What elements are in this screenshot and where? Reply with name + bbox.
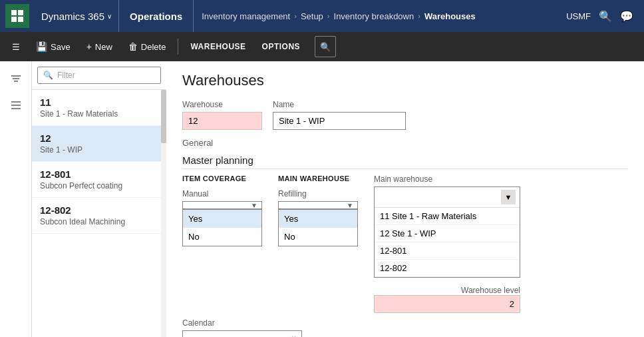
- scroll-thumb[interactable]: [161, 90, 166, 143]
- left-panel: 🔍 Filter 11 Site 1 - Raw Materials 12 Si…: [0, 61, 166, 337]
- refilling-label: Refilling: [278, 189, 358, 198]
- breadcrumb-setup[interactable]: Setup: [301, 11, 323, 21]
- refilling-field: Refilling ▼ Yes No: [278, 189, 358, 246]
- company-code: USMF: [566, 11, 591, 21]
- brand-label: Dynamics 365: [41, 11, 104, 22]
- list-item-11-name: Site 1 - Raw Materials: [40, 109, 158, 119]
- manual-option-no[interactable]: No: [183, 228, 261, 246]
- cmd-search-icon: 🔍: [320, 42, 331, 52]
- warehouse-tab-label: WAREHOUSE: [190, 42, 245, 51]
- new-label: New: [95, 42, 112, 52]
- main-wh-options: 11 Site 1 - Raw Materials 12 Ste 1 - WIP…: [375, 208, 520, 277]
- page-title: Warehouses: [182, 72, 628, 89]
- manual-field: Manual ▼ Yes No: [182, 189, 262, 246]
- breadcrumb-warehouses: Warehouses: [424, 11, 476, 21]
- main-layout: 🔍 Filter 11 Site 1 - Raw Materials 12 Si…: [0, 61, 644, 337]
- calendar-input[interactable]: ∨: [182, 330, 302, 337]
- hamburger-icon: ☰: [12, 42, 20, 52]
- delete-label: Delete: [141, 42, 166, 52]
- delete-button[interactable]: 🗑 Delete: [122, 37, 173, 56]
- nav-right-actions: USMF 🔍 💬: [566, 10, 639, 23]
- manual-dropdown[interactable]: ▼ Yes No: [182, 201, 262, 246]
- search-icon[interactable]: 🔍: [599, 10, 612, 23]
- app-grid-icon[interactable]: [5, 4, 29, 28]
- warehouse-tab[interactable]: WAREHOUSE: [184, 38, 252, 55]
- breadcrumb-inventory-breakdown[interactable]: Inventory breakdown: [334, 11, 414, 21]
- name-input[interactable]: [273, 112, 406, 130]
- icon-rail: [0, 61, 32, 337]
- wh-option-12-802[interactable]: 12-802: [375, 260, 520, 277]
- refilling-option-yes[interactable]: Yes: [279, 210, 357, 228]
- filter-icon[interactable]: [7, 69, 25, 88]
- save-button[interactable]: 💾 Save: [29, 37, 77, 56]
- top-navigation: Dynamics 365 ∨ Operations Inventory mana…: [0, 0, 644, 32]
- svg-rect-1: [18, 10, 23, 15]
- item-coverage-header: ITEM COVERAGE: [182, 174, 262, 182]
- calendar-chevron-icon: ∨: [291, 334, 296, 337]
- main-warehouse-select-col: Main warehouse ▼ 11 Site 1 - Raw Materia…: [374, 174, 520, 313]
- command-bar: ☰ 💾 Save + New 🗑 Delete WAREHOUSE OPTION…: [0, 32, 644, 61]
- chat-icon[interactable]: 💬: [620, 10, 633, 23]
- manual-dropdown-btn[interactable]: ▼: [182, 201, 262, 209]
- warehouse-list: 11 Site 1 - Raw Materials 12 Site 1 - WI…: [32, 90, 166, 337]
- coverage-grid: ITEM COVERAGE Manual ▼ Yes No: [182, 174, 628, 313]
- warehouse-level-input[interactable]: [374, 295, 520, 313]
- options-tab-label: OPTIONS: [262, 42, 301, 51]
- warehouse-label: Warehouse: [182, 100, 262, 109]
- wh-option-12-801[interactable]: 12-801: [375, 242, 520, 260]
- svg-rect-0: [11, 10, 17, 15]
- breadcrumb-chevron-3: ›: [418, 12, 420, 20]
- master-planning-title: Master planning: [182, 155, 628, 169]
- name-field: Name: [273, 100, 406, 130]
- list-item-12-801-id: 12-801: [40, 168, 158, 180]
- wh-option-12[interactable]: 12 Ste 1 - WIP: [375, 225, 520, 242]
- general-label: General: [182, 138, 628, 148]
- svg-rect-3: [18, 17, 23, 22]
- breadcrumb-inventory-mgmt[interactable]: Inventory management: [202, 11, 290, 21]
- manual-options-list: Yes No: [182, 209, 262, 246]
- brand-name[interactable]: Dynamics 365 ∨: [35, 0, 119, 32]
- item-coverage-col: ITEM COVERAGE Manual ▼ Yes No: [182, 174, 262, 246]
- warehouse-level-label: Warehouse level: [374, 286, 520, 295]
- filter-input-wrapper[interactable]: 🔍 Filter: [37, 67, 161, 84]
- command-search[interactable]: 🔍: [315, 36, 336, 57]
- manual-option-yes[interactable]: Yes: [183, 210, 261, 228]
- list-item-11[interactable]: 11 Site 1 - Raw Materials: [32, 90, 166, 126]
- wh-option-11[interactable]: 11 Site 1 - Raw Materials: [375, 208, 520, 225]
- list-item-12[interactable]: 12 Site 1 - WIP: [32, 126, 166, 162]
- list-item-12-801[interactable]: 12-801 Subcon Perfect coating: [32, 162, 166, 198]
- filter-search-icon: 🔍: [43, 71, 53, 80]
- list-icon[interactable]: [7, 96, 25, 115]
- refilling-option-no[interactable]: No: [279, 228, 357, 246]
- content-area: Warehouses Warehouse Name General Master…: [166, 61, 644, 337]
- name-label: Name: [273, 100, 406, 109]
- cmd-divider: [178, 39, 178, 55]
- calendar-field: Calendar ∨: [182, 318, 302, 337]
- hamburger-menu[interactable]: ☰: [5, 38, 27, 56]
- warehouse-input[interactable]: [182, 112, 262, 130]
- list-item-12-802-name: Subcon Ideal Machining: [40, 217, 158, 226]
- warehouse-level-container: Warehouse level: [374, 286, 520, 313]
- breadcrumb: Inventory management › Setup › Inventory…: [194, 11, 566, 21]
- warehouse-name-row: Warehouse Name: [182, 100, 628, 130]
- dd-arrow-icon: ▼: [251, 202, 257, 209]
- scroll-track: [161, 90, 166, 337]
- calendar-row: Calendar ∨: [182, 318, 628, 337]
- refilling-dd-arrow-icon: ▼: [347, 202, 353, 209]
- main-wh-label: Main warehouse: [374, 174, 520, 184]
- operations-label: Operations: [130, 11, 182, 22]
- list-item-12-802[interactable]: 12-802 Subcon Ideal Machining: [32, 198, 166, 234]
- refilling-options-list: Yes No: [278, 209, 358, 246]
- refilling-dropdown-btn[interactable]: ▼: [278, 201, 358, 209]
- refilling-dropdown[interactable]: ▼ Yes No: [278, 201, 358, 246]
- warehouse-field: Warehouse: [182, 100, 262, 130]
- new-button[interactable]: + New: [80, 37, 119, 56]
- delete-icon: 🗑: [128, 41, 138, 52]
- breadcrumb-chevron-1: ›: [294, 12, 297, 20]
- wh-dropdown-btn[interactable]: ▼: [501, 190, 516, 204]
- options-tab[interactable]: OPTIONS: [255, 38, 307, 55]
- main-warehouse-select[interactable]: ▼ 11 Site 1 - Raw Materials 12 Ste 1 - W…: [374, 186, 520, 278]
- list-item-11-id: 11: [40, 97, 158, 108]
- save-icon: 💾: [36, 41, 47, 52]
- breadcrumb-chevron-2: ›: [327, 12, 330, 20]
